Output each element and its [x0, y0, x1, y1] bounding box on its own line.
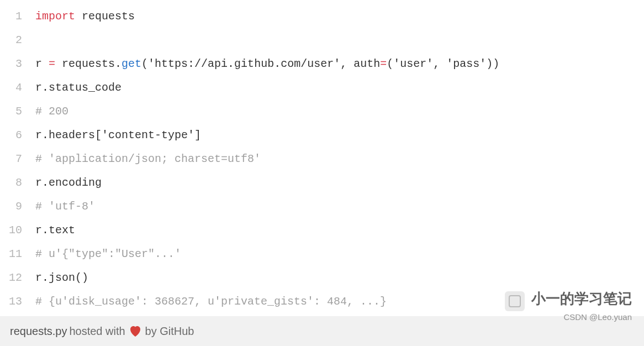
code-line: 6r.headers['content-type'] — [0, 123, 644, 147]
code-content[interactable]: r.status_code — [35, 76, 644, 99]
watermark-subtitle: CSDN @Leo.yuan — [505, 312, 632, 322]
code-line: 11# u'{"type":"User"...' — [0, 242, 644, 266]
watermark-title: 小一的学习笔记 — [531, 290, 632, 307]
code-line: 1import requests — [0, 4, 644, 28]
line-number: 6 — [0, 123, 35, 147]
code-content[interactable]: import requests — [35, 4, 644, 28]
line-number: 1 — [0, 4, 35, 28]
line-number: 8 — [0, 171, 35, 195]
watermark: 小一的学习笔记 CSDN @Leo.yuan — [505, 289, 632, 322]
code-content[interactable]: r.text — [35, 218, 644, 242]
line-number: 5 — [0, 99, 35, 123]
code-line: 8r.encoding — [0, 171, 644, 195]
line-number: 2 — [0, 28, 35, 52]
gist-by-github[interactable]: by GitHub — [145, 325, 194, 338]
code-line: 10r.text — [0, 218, 644, 242]
code-line: 4r.status_code — [0, 76, 644, 99]
line-number: 7 — [0, 147, 35, 171]
code-content[interactable]: r.headers['content-type'] — [35, 123, 644, 147]
line-number: 12 — [0, 266, 35, 290]
line-number: 3 — [0, 52, 35, 76]
line-number: 11 — [0, 242, 35, 266]
code-content[interactable]: r.json() — [35, 266, 644, 290]
code-line: 5# 200 — [0, 99, 644, 123]
line-number: 13 — [0, 290, 35, 313]
code-content[interactable]: r = requests.get('https://api.github.com… — [35, 52, 644, 76]
code-line: 7# 'application/json; charset=utf8' — [0, 147, 644, 171]
code-content[interactable]: # 200 — [35, 99, 644, 123]
gist-hosted-text: hosted with — [69, 325, 125, 338]
wechat-icon — [505, 291, 525, 311]
code-line: 9# 'utf-8' — [0, 195, 644, 218]
code-line: 12r.json() — [0, 266, 644, 290]
line-number: 10 — [0, 218, 35, 242]
line-number: 9 — [0, 195, 35, 218]
code-line: 2 — [0, 28, 644, 52]
code-line: 3r = requests.get('https://api.github.co… — [0, 52, 644, 76]
code-block: 1import requests23r = requests.get('http… — [0, 0, 644, 313]
gist-filename[interactable]: requests.py — [10, 325, 67, 338]
line-number: 4 — [0, 76, 35, 99]
code-content[interactable]: # 'utf-8' — [35, 195, 644, 218]
heart-icon — [129, 325, 142, 337]
code-content[interactable]: # 'application/json; charset=utf8' — [35, 147, 644, 171]
code-content[interactable]: r.encoding — [35, 171, 644, 195]
code-content[interactable]: # u'{"type":"User"...' — [35, 242, 644, 266]
